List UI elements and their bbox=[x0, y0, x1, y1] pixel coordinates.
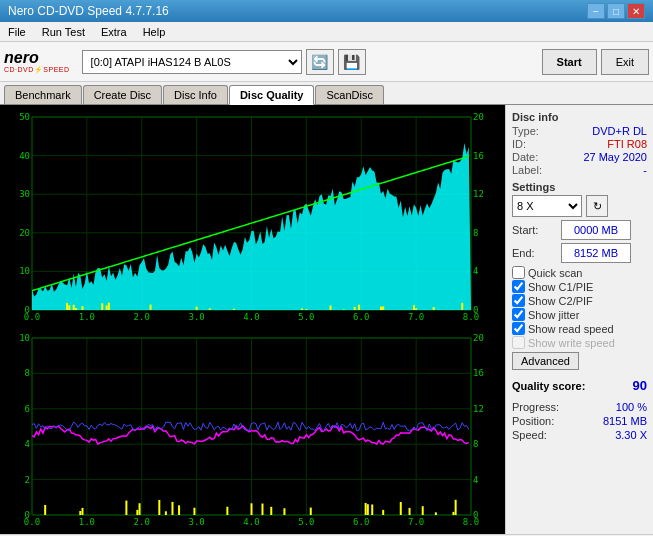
save-button[interactable]: 💾 bbox=[338, 49, 366, 75]
show-read-speed-checkbox[interactable] bbox=[512, 322, 525, 335]
settings-refresh-button[interactable]: ↻ bbox=[586, 195, 608, 217]
disc-id-row: ID: FTI R08 bbox=[512, 138, 647, 150]
start-button[interactable]: Start bbox=[542, 49, 597, 75]
settings-section: Settings 8 X ↻ Start: End: Quick scan bbox=[512, 181, 647, 370]
refresh-drive-button[interactable]: 🔄 bbox=[306, 49, 334, 75]
top-chart bbox=[4, 109, 501, 328]
advanced-button[interactable]: Advanced bbox=[512, 352, 579, 370]
show-write-speed-checkbox[interactable] bbox=[512, 336, 525, 349]
title-bar-title: Nero CD-DVD Speed 4.7.7.16 bbox=[8, 4, 169, 18]
show-read-speed-row: Show read speed bbox=[512, 322, 647, 335]
quick-scan-label: Quick scan bbox=[528, 267, 582, 279]
start-input[interactable] bbox=[561, 220, 631, 240]
minimize-button[interactable]: − bbox=[587, 3, 605, 19]
disc-label-value: - bbox=[643, 164, 647, 176]
show-jitter-label: Show jitter bbox=[528, 309, 579, 321]
right-panel: Disc info Type: DVD+R DL ID: FTI R08 Dat… bbox=[505, 105, 653, 534]
show-read-speed-label: Show read speed bbox=[528, 323, 614, 335]
end-input[interactable] bbox=[561, 243, 631, 263]
window-controls: − □ ✕ bbox=[587, 3, 645, 19]
disc-date-row: Date: 27 May 2020 bbox=[512, 151, 647, 163]
progress-row: Progress: 100 % bbox=[512, 401, 647, 413]
show-write-speed-row: Show write speed bbox=[512, 336, 647, 349]
disc-type-row: Type: DVD+R DL bbox=[512, 125, 647, 137]
nero-logo: nero CD·DVD⚡SPEED bbox=[4, 50, 70, 73]
end-label: End: bbox=[512, 247, 557, 259]
disc-type-value: DVD+R DL bbox=[592, 125, 647, 137]
position-label: Position: bbox=[512, 415, 554, 427]
close-button[interactable]: ✕ bbox=[627, 3, 645, 19]
menu-file[interactable]: File bbox=[0, 22, 34, 41]
show-c2-label: Show C2/PIF bbox=[528, 295, 593, 307]
speed-row: 8 X ↻ bbox=[512, 195, 647, 217]
disc-info-section: Disc info Type: DVD+R DL ID: FTI R08 Dat… bbox=[512, 111, 647, 177]
quality-score-label: Quality score: bbox=[512, 380, 585, 392]
speed-combo[interactable]: 8 X bbox=[512, 195, 582, 217]
disc-date-label: Date: bbox=[512, 151, 538, 163]
quick-scan-checkbox[interactable] bbox=[512, 266, 525, 279]
speed-row: Speed: 3.30 X bbox=[512, 429, 647, 441]
disc-label-row: Label: - bbox=[512, 164, 647, 176]
tab-disc-info[interactable]: Disc Info bbox=[163, 85, 228, 104]
speed-label: Speed: bbox=[512, 429, 547, 441]
quality-score-row: Quality score: 90 bbox=[512, 378, 647, 393]
exit-button[interactable]: Exit bbox=[601, 49, 649, 75]
menu-extra[interactable]: Extra bbox=[93, 22, 135, 41]
nero-brand-text: nero bbox=[4, 50, 70, 66]
drive-selector: [0:0] ATAPI iHAS124 B AL0S 🔄 💾 bbox=[82, 49, 538, 75]
tab-benchmark[interactable]: Benchmark bbox=[4, 85, 82, 104]
position-value: 8151 MB bbox=[603, 415, 647, 427]
nero-product-text: CD·DVD⚡SPEED bbox=[4, 66, 70, 73]
end-row: End: bbox=[512, 243, 647, 263]
disc-label-label: Label: bbox=[512, 164, 542, 176]
disc-info-title: Disc info bbox=[512, 111, 647, 123]
disc-type-label: Type: bbox=[512, 125, 539, 137]
show-c1-checkbox[interactable] bbox=[512, 280, 525, 293]
settings-title: Settings bbox=[512, 181, 647, 193]
progress-value: 100 % bbox=[616, 401, 647, 413]
show-jitter-row: Show jitter bbox=[512, 308, 647, 321]
start-label: Start: bbox=[512, 224, 557, 236]
show-write-speed-label: Show write speed bbox=[528, 337, 615, 349]
position-row: Position: 8151 MB bbox=[512, 415, 647, 427]
menu-help[interactable]: Help bbox=[135, 22, 174, 41]
tab-create-disc[interactable]: Create Disc bbox=[83, 85, 162, 104]
show-c2-checkbox[interactable] bbox=[512, 294, 525, 307]
tabs-bar: Benchmark Create Disc Disc Info Disc Qua… bbox=[0, 82, 653, 105]
disc-id-label: ID: bbox=[512, 138, 526, 150]
disc-date-value: 27 May 2020 bbox=[583, 151, 647, 163]
show-c2-row: Show C2/PIF bbox=[512, 294, 647, 307]
speed-value: 3.30 X bbox=[615, 429, 647, 441]
charts-area bbox=[0, 105, 505, 534]
quality-score-value: 90 bbox=[633, 378, 647, 393]
progress-label: Progress: bbox=[512, 401, 559, 413]
start-row: Start: bbox=[512, 220, 647, 240]
show-c1-row: Show C1/PIE bbox=[512, 280, 647, 293]
disc-id-value: FTI R08 bbox=[607, 138, 647, 150]
main-content: Disc info Type: DVD+R DL ID: FTI R08 Dat… bbox=[0, 105, 653, 534]
menu-run-test[interactable]: Run Test bbox=[34, 22, 93, 41]
quick-scan-row: Quick scan bbox=[512, 266, 647, 279]
tab-disc-quality[interactable]: Disc Quality bbox=[229, 85, 315, 105]
toolbar: nero CD·DVD⚡SPEED [0:0] ATAPI iHAS124 B … bbox=[0, 42, 653, 82]
drive-combo[interactable]: [0:0] ATAPI iHAS124 B AL0S bbox=[82, 50, 302, 74]
menu-bar: File Run Test Extra Help bbox=[0, 22, 653, 42]
bottom-chart bbox=[4, 330, 501, 533]
tab-scan-disc[interactable]: ScanDisc bbox=[315, 85, 383, 104]
show-c1-label: Show C1/PIE bbox=[528, 281, 593, 293]
show-jitter-checkbox[interactable] bbox=[512, 308, 525, 321]
progress-section: Progress: 100 % Position: 8151 MB Speed:… bbox=[512, 401, 647, 443]
maximize-button[interactable]: □ bbox=[607, 3, 625, 19]
title-bar: Nero CD-DVD Speed 4.7.7.16 − □ ✕ bbox=[0, 0, 653, 22]
